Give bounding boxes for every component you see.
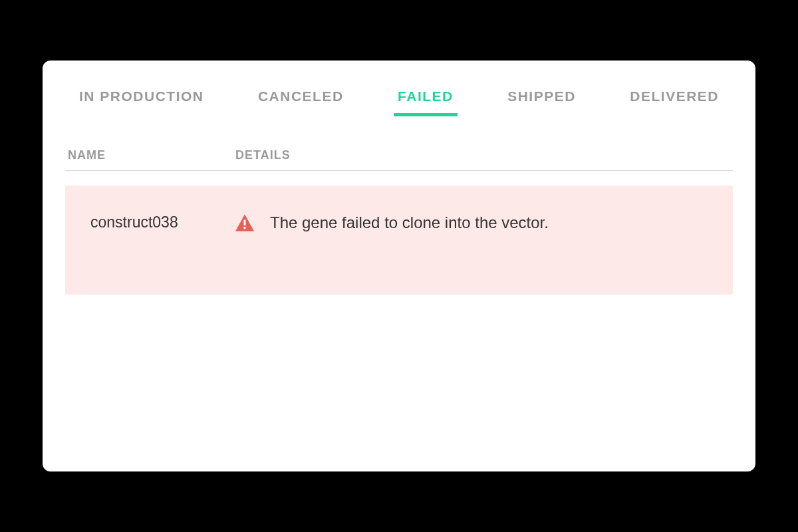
row-name: construct038 — [90, 213, 178, 231]
tab-canceled[interactable]: CANCELED — [258, 80, 344, 116]
column-header-name: NAME — [68, 148, 106, 162]
column-header-details: DETAILS — [235, 148, 291, 162]
warning-icon — [235, 214, 254, 231]
tab-failed[interactable]: FAILED — [398, 80, 454, 116]
table-body: construct038 The gene failed to clone in… — [65, 171, 733, 295]
row-details-text: The gene failed to clone into the vector… — [270, 213, 549, 232]
tabs-bar: IN PRODUCTION CANCELED FAILED SHIPPED DE… — [43, 80, 755, 116]
svg-rect-0 — [243, 219, 245, 225]
table-header: NAME DETAILS — [65, 148, 733, 171]
table-row[interactable]: construct038 The gene failed to clone in… — [65, 186, 733, 295]
tab-in-production[interactable]: IN PRODUCTION — [79, 80, 204, 116]
row-details: The gene failed to clone into the vector… — [235, 213, 733, 232]
status-card: IN PRODUCTION CANCELED FAILED SHIPPED DE… — [43, 61, 755, 471]
svg-point-1 — [243, 227, 246, 229]
tab-delivered[interactable]: DELIVERED — [630, 80, 719, 116]
table: NAME DETAILS construct038 — [43, 148, 755, 295]
tab-shipped[interactable]: SHIPPED — [507, 80, 576, 116]
